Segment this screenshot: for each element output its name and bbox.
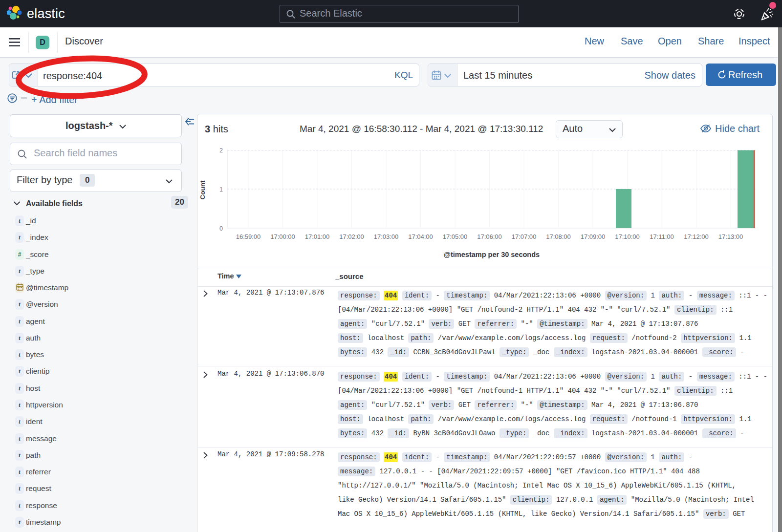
svg-text:17:12:00: 17:12:00 bbox=[684, 233, 709, 240]
svg-text:1: 1 bbox=[219, 186, 223, 193]
svg-text:17:03:00: 17:03:00 bbox=[374, 233, 399, 240]
svg-text:17:08:00: 17:08:00 bbox=[546, 233, 571, 240]
svg-text:0: 0 bbox=[219, 225, 223, 232]
svg-text:17:00:00: 17:00:00 bbox=[270, 233, 295, 240]
svg-text:17:13:00: 17:13:00 bbox=[718, 233, 743, 240]
svg-text:17:09:00: 17:09:00 bbox=[581, 233, 606, 240]
svg-text:17:07:00: 17:07:00 bbox=[512, 233, 537, 240]
svg-text:@timestamp per 30 seconds: @timestamp per 30 seconds bbox=[444, 251, 540, 258]
svg-text:Count: Count bbox=[199, 180, 206, 199]
svg-text:2: 2 bbox=[219, 147, 223, 154]
svg-text:17:04:00: 17:04:00 bbox=[408, 233, 433, 240]
svg-text:17:05:00: 17:05:00 bbox=[443, 233, 468, 240]
svg-text:17:11:00: 17:11:00 bbox=[650, 233, 674, 240]
svg-text:17:01:00: 17:01:00 bbox=[305, 233, 330, 240]
svg-text:16:59:00: 16:59:00 bbox=[236, 233, 261, 240]
svg-text:17:02:00: 17:02:00 bbox=[339, 233, 364, 240]
svg-text:17:10:00: 17:10:00 bbox=[615, 233, 640, 240]
svg-text:17:06:00: 17:06:00 bbox=[477, 233, 502, 240]
